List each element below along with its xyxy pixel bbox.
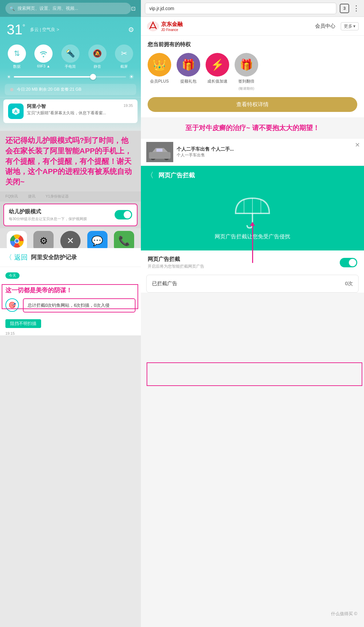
data-label: 数据 [13,64,21,69]
jd-logo-cn: 京东金融 [161,21,183,28]
wifi-label: 69F3 ▲ [37,64,50,68]
notif-body: 宝贝"大眼睛"看屏幕太久啦，休息下看看窗... [27,110,133,116]
priv-gift: 🎁 提额礼包 [177,53,200,91]
member-center[interactable]: 会员中心 [315,23,335,29]
security-target-icon: 🎯 [5,298,19,312]
weather-row: 31° 多云 | 空气良 > ⚙ [0,17,141,41]
notif-time: 19:35 [123,103,133,110]
toggle-silent[interactable]: 🔕 静音 [88,44,107,69]
svg-text:A: A [14,109,18,114]
tab-count[interactable]: 3 [340,4,349,13]
brightness-low-icon: ☀ [7,74,11,80]
priv-checkin: 🎁 签到翻倍 (敬请期待) [235,53,258,91]
more-label: 更多 [344,23,353,29]
jd-logo-icon [146,20,160,32]
section-title: 您当前拥有的特权 [148,41,357,48]
ad-content: 个人二手车出售 个人二手... 个人一手车出售 [177,146,359,158]
eye-protect-title: 幼儿护眼模式 [9,208,87,215]
details-btn[interactable]: 查看特权详情 [148,97,357,112]
search-icon: 🔍 [9,6,15,11]
url-text: vip.jr.jd.com [149,6,174,11]
watermark: 什么值得买 © [331,611,357,617]
time-label: 19:15 [0,331,141,335]
record-card: 总计拦截0次钓鱼网站，6次扫描，0次入侵 [23,298,135,312]
wifi-icon [34,44,53,63]
gear-icon[interactable]: ⚙ [128,26,134,34]
setting-info: 网页广告拦截 开启后将为您智能拦截网页广告 [148,256,340,269]
security-title: 阿里安全防护记录 [31,253,77,261]
gray-bg: 还记得幼儿护眼模式吗?到了时间，他会在家长装了阿里智能APP的手机上，有个提醒，… [0,131,141,260]
right-panel: vip.jr.jd.com 3 ⋮ 京东金融 JD Finance 会员中心 更… [141,0,364,627]
eye-protect-toggle[interactable] [115,210,132,219]
priv-plus-icon: 👑 [148,53,171,77]
privilege-icons: 👑 会员PLUS 🎁 提额礼包 ⚡ 成长值加速 🎁 签到翻倍 [148,53,357,91]
brightness-high-icon: ☀ [129,73,134,81]
notif-content: 阿里小智 19:35 宝贝"大眼睛"看屏幕太久啦，休息下看看窗... [27,103,133,116]
ad-blocker-panel: 〈 网页广告拦截 网页广告拦截让您免受广告侵扰 网页广告拦截 开启后将为您智能拦… [141,166,364,293]
data-usage-text: 今日:20 MB 剩余:20 GB 套餐:21 GB [17,87,81,92]
priv-growth-icon: ⚡ [206,53,229,77]
quick-toggles: ⇅ 数据 69F3 ▲ 🔦 手电筒 🔕 静音 ✂ 截屏 [0,41,141,71]
screenshot-icon: ✂ [115,44,133,63]
svg-rect-12 [156,149,162,152]
toggle-flashlight[interactable]: 🔦 手电筒 [61,44,80,69]
priv-growth-label: 成长值加速 [207,79,228,84]
setting-desc: 开启后将为您智能拦截网页广告 [148,264,340,269]
today-badge: 今天 [5,272,20,279]
priv-plus-label: 会员PLUS [150,79,169,84]
toggle-data[interactable]: ⇅ 数据 [8,44,26,69]
privileges-section: 您当前拥有的特权 👑 会员PLUS 🎁 提额礼包 ⚡ 成长值加速 [141,36,364,117]
status-bar: 🔍 搜索网页、设置、应用、视频... ⊡ [0,0,141,17]
notif-app-icon: A [8,103,24,119]
hero-desc: 网页广告拦截让您免受广告侵扰 [215,233,290,240]
weather-info: 多云 | 空气良 > [30,27,59,33]
ad-close-icon[interactable]: ✕ [355,141,360,149]
more-btn[interactable]: 更多 ▾ [341,22,359,30]
priv-gift-icon: 🎁 [177,53,200,77]
security-header: 〈 返回 阿里安全防护记录 [0,248,141,267]
brightness-row: ☀ ☀ [0,71,141,83]
browser-more-icon[interactable]: ⋮ [353,4,360,13]
temperature: 31° [7,22,25,38]
expand-icon[interactable]: ⊡ [131,5,135,12]
toggle-wifi[interactable]: 69F3 ▲ [34,44,53,69]
data-icon: ⇅ [8,44,26,63]
ad-blocker-setting: 网页广告拦截 开启后将为您智能拦截网页广告 [141,250,364,275]
url-bar[interactable]: vip.jr.jd.com [145,3,336,14]
flashlight-label: 手电筒 [65,64,76,69]
svg-rect-11 [149,152,171,159]
priv-checkin-label: 签到翻倍 [238,79,254,84]
jd-logo: 京东金融 JD Finance [146,20,183,32]
security-record-row: 🎯 总计拦截0次钓鱼网站，6次扫描，0次入侵 [0,296,141,315]
notification-card[interactable]: A 阿里小智 19:35 宝贝"大眼睛"看屏幕太久啦，休息下看看窗... [3,99,138,123]
eye-protect-desc: 每30分钟提示您去让宝贝休息一下，保护视网膜 [9,216,87,221]
ad-blocker-back-icon[interactable]: 〈 [146,170,154,180]
data-usage-row: 今日:20 MB 剩余:20 GB 套餐:21 GB [5,84,136,95]
chevron-down-icon: ▾ [353,24,356,29]
left-panel: 🔍 搜索网页、设置、应用、视频... ⊡ 31° 多云 | 空气良 > ⚙ ⇅ … [0,0,141,627]
ad-blocker-toggle[interactable] [340,258,357,267]
data-dot [10,88,13,91]
flashlight-icon: 🔦 [61,44,80,63]
back-arrow-icon[interactable]: 〈 返回 [5,253,28,262]
priv-plus: 👑 会员PLUS [148,53,171,91]
search-bar[interactable]: 🔍 搜索网页、设置、应用、视频... [5,3,131,14]
ad-blocker-hero: 网页广告拦截让您免受广告侵扰 [141,185,364,250]
priv-gift-label: 提额礼包 [180,79,196,84]
notif-app-name: 阿里小智 [27,103,46,110]
toggle-screenshot[interactable]: ✂ 截屏 [115,44,133,69]
ad-sub: 个人一手车出售 [177,152,359,158]
notif-divider [0,97,141,97]
blocked-count-row: 已拦截广告 0次 [146,275,359,293]
brightness-slider[interactable] [14,76,126,78]
pink-comment-right: 至于对牛皮癣的治疗~ 请不要抱太大的期望！ [141,117,364,138]
eye-protect-card: 幼儿护眼模式 每30分钟提示您去让宝贝休息一下，保护视网膜 [3,204,138,226]
pink-comment-1: 还记得幼儿护眼模式吗?到了时间，他会在家长装了阿里智能APP的手机上，有个提醒，… [0,131,141,190]
ad-title: 个人二手车出售 个人二手... [177,146,359,152]
priv-checkin-icon: 🎁 [235,53,258,77]
ad-blocker-header: 〈 网页广告拦截 [141,166,364,185]
security-pink-comment: 这一切都是美帝的阴谋！ [0,284,141,296]
setting-title: 网页广告拦截 [148,256,340,263]
record-text: 总计拦截0次钓鱼网站，6次扫描，0次入侵 [28,303,110,308]
umbrella-icon [232,195,273,229]
